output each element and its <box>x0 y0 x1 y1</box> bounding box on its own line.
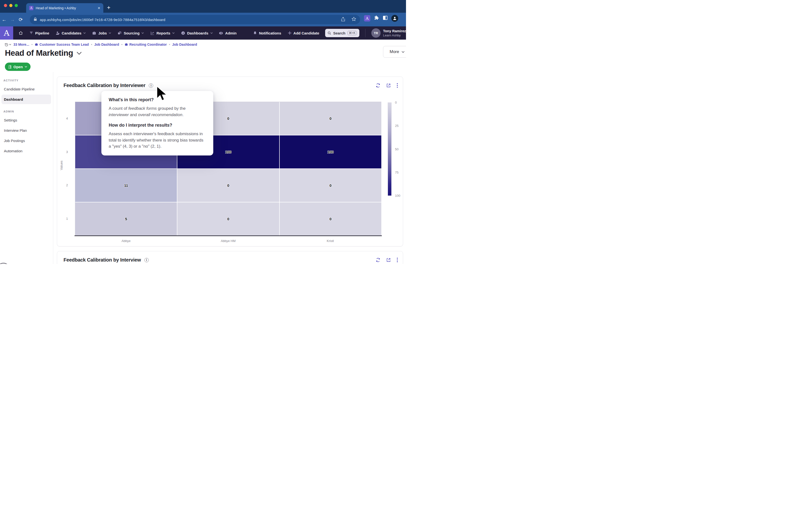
breadcrumb-dashboard-link[interactable]: Job Dashboard <box>172 43 197 46</box>
heatmap-cell-r4-Kristl: 0 <box>280 102 381 135</box>
browser-profile-avatar[interactable] <box>391 15 398 22</box>
title-dropdown-chevron-icon[interactable] <box>76 52 82 55</box>
heatmap-y-ticks: 4321 <box>57 102 72 236</box>
lock-icon <box>34 17 37 22</box>
kebab-menu-icon[interactable] <box>397 258 398 262</box>
heatmap-cell-r1-Kristl: 0 <box>280 202 381 236</box>
sidebar-section-admin: ADMIN <box>3 110 51 113</box>
nav-dashboards[interactable]: Dashboards <box>181 31 213 35</box>
heatmap-cell-r3-Kristl: 100 <box>280 135 381 168</box>
breadcrumb-dashboard-link[interactable]: Job Dashboard <box>94 43 119 46</box>
chevron-down-icon <box>9 44 11 45</box>
nav-home[interactable] <box>18 31 23 35</box>
chevron-down-icon <box>25 66 27 68</box>
refresh-icon[interactable] <box>376 83 380 88</box>
legend-tick-label: 0 <box>395 101 401 104</box>
ashby-extension-icon[interactable]: A <box>364 15 370 22</box>
window-controls <box>4 4 18 7</box>
heatmap-cell-value: 0 <box>227 116 229 120</box>
heatmap-color-legend <box>388 102 392 196</box>
refresh-icon[interactable] <box>376 258 380 262</box>
sidebar-section-activity: ACTIVITY <box>3 79 51 82</box>
address-bar[interactable]: app.ashbyhq.com/jobs/ec1600ef-7e16-4728-… <box>30 15 360 24</box>
more-button[interactable]: More <box>383 46 406 58</box>
job-status-button[interactable]: Open <box>5 62 31 71</box>
heatmap-cell-value: 0 <box>330 217 332 221</box>
add-candidate-button[interactable]: Add Candidate <box>288 31 319 35</box>
job-sidebar: ACTIVITY Candidate Pipeline Dashboard AD… <box>0 72 53 264</box>
sidebar-item-settings[interactable]: Settings <box>1 115 51 125</box>
new-tab-button[interactable]: + <box>107 4 111 11</box>
search-shortcut: ⌘+K <box>347 31 357 35</box>
breadcrumb-more[interactable]: 33 More... <box>13 43 29 46</box>
chevron-down-icon <box>172 32 175 34</box>
card-title: Feedback Calibration by Interview <box>63 257 141 263</box>
separator-dot <box>91 44 92 45</box>
nav-candidates[interactable]: Candidates <box>56 31 86 35</box>
browser-tab[interactable]: A Head of Marketing • Ashby ✕ <box>26 3 103 13</box>
heatmap-cell-value: 0 <box>227 183 229 187</box>
user-name: Tony Ramirez <box>383 29 406 33</box>
close-window-button[interactable] <box>4 4 7 7</box>
nav-reports[interactable]: Reports <box>150 31 175 35</box>
separator-dot <box>31 44 32 45</box>
back-icon[interactable]: ← <box>0 17 8 23</box>
open-external-icon[interactable] <box>386 258 391 262</box>
y-tick-label: 2 <box>57 169 72 202</box>
card-title: Feedback Calibration by Interviewer <box>63 83 145 88</box>
browser-toolbar: ← → ⟳ app.ashbyhq.com/jobs/ec1600ef-7e16… <box>0 13 406 26</box>
info-icon[interactable]: i <box>144 258 149 262</box>
sidebar-item-candidate-pipeline[interactable]: Candidate Pipeline <box>1 84 51 94</box>
tab-close-icon[interactable]: ✕ <box>98 6 100 10</box>
legend-tick-label: 50 <box>395 147 401 151</box>
breadcrumb-job-link[interactable]: Recruiting Coordinator <box>125 43 167 46</box>
nav-sourcing[interactable]: Sourcing <box>117 31 144 35</box>
x-tick-label: Abbye HM <box>177 239 279 243</box>
heatmap-cell-r1-Abbye HM: 0 <box>177 202 279 236</box>
extensions-puzzle-icon[interactable] <box>374 15 379 22</box>
zoom-window-button[interactable] <box>15 4 18 7</box>
url-text: app.ashbyhq.com/jobs/ec1600ef-7e16-4728-… <box>40 18 335 22</box>
door-icon <box>8 65 12 69</box>
side-panel-icon[interactable] <box>382 15 388 21</box>
sidebar-item-interview-plan[interactable]: Interview Plan <box>1 126 51 135</box>
separator-dot <box>121 44 122 45</box>
share-icon[interactable] <box>341 17 345 23</box>
chevron-down-icon <box>142 32 144 34</box>
chevron-down-icon <box>402 51 405 53</box>
legend-tick-label: 100 <box>395 194 401 198</box>
sidebar-item-dashboard[interactable]: Dashboard <box>1 95 51 104</box>
chevron-down-icon <box>83 32 86 34</box>
sidebar-item-automation[interactable]: Automation <box>1 146 51 156</box>
page-title: Head of Marketing <box>5 48 73 58</box>
sidebar-item-job-postings[interactable]: Job Postings <box>1 136 51 145</box>
nav-pipeline[interactable]: Pipeline <box>29 31 49 35</box>
nav-admin[interactable]: Admin <box>219 31 237 35</box>
kebab-menu-icon[interactable] <box>397 83 398 88</box>
tooltip-body: Assess each interviewer's feedback submi… <box>109 131 206 149</box>
nav-jobs[interactable]: Jobs <box>92 31 111 35</box>
forward-icon[interactable]: → <box>8 17 17 23</box>
tooltip-body: A count of feedback forms grouped by the… <box>109 105 206 118</box>
info-icon[interactable]: i <box>149 83 153 88</box>
y-tick-label: 3 <box>57 135 72 169</box>
feedback-calibration-by-interview-card: Feedback Calibration by Interview i <box>57 251 403 264</box>
ashby-logo[interactable]: A <box>0 26 13 40</box>
breadcrumb: 33 More... Customer Success Team Lead Jo… <box>0 40 197 49</box>
mouse-cursor <box>156 86 170 105</box>
heatmap-cell-r2-Abbye: 11 <box>75 169 177 202</box>
open-external-icon[interactable] <box>386 83 391 88</box>
heatmap-cell-value: 100 <box>225 150 231 154</box>
search-input[interactable]: Search ⌘+K <box>325 29 359 37</box>
bookmark-star-icon[interactable] <box>351 17 356 22</box>
breadcrumb-job-link[interactable]: Customer Success Team Lead <box>35 43 89 46</box>
heatmap-x-axis-line <box>74 236 382 236</box>
user-menu[interactable]: TR Tony Ramirez Learn Ashby <box>371 28 406 38</box>
x-tick-label: Kristl <box>279 239 381 243</box>
nav-notifications[interactable]: Notifications <box>253 31 281 35</box>
history-icon[interactable] <box>4 43 11 47</box>
reload-icon[interactable]: ⟳ <box>17 17 25 23</box>
briefcase-icon <box>35 43 38 46</box>
y-tick-label: 4 <box>57 102 72 135</box>
minimize-window-button[interactable] <box>9 4 13 7</box>
